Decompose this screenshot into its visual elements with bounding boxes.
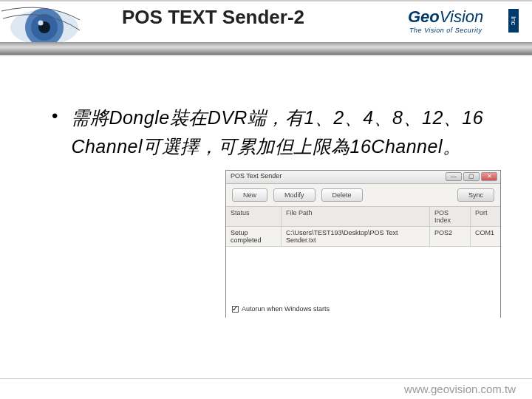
col-posindex: POS Index (430, 207, 471, 226)
footer-url: www.geovision.com.tw (404, 383, 516, 395)
toolbar: New Modify Delete Sync (226, 184, 500, 207)
bullet-text: 需將Dongle裝在DVR端，有1、2、4、8、12、16 Channel可選擇… (71, 103, 502, 161)
brand-tagline: The Vision of Security (409, 27, 482, 34)
slide-header: POS TEXT Sender-2 GeoVision The Vision o… (0, 0, 532, 52)
page-title: POS TEXT Sender-2 (122, 6, 304, 29)
new-button[interactable]: New (232, 188, 267, 202)
embedded-screenshot: POS Text Sender — ▢ ✕ New Modify Delete … (225, 170, 501, 318)
window-title: POS Text Sender (231, 172, 282, 180)
brand-block: GeoVision The Vision of Security Inc (378, 1, 519, 46)
window-titlebar: POS Text Sender — ▢ ✕ (226, 171, 500, 184)
modify-button[interactable]: Modify (273, 188, 316, 202)
brand-crescent-icon (378, 7, 405, 34)
table-header-row: Status File Path POS Index Port (226, 207, 500, 227)
slide-footer: www.geovision.com.tw (0, 378, 532, 399)
col-port: Port (471, 207, 500, 226)
cell-filepath: C:\Users\TEST193\Desktop\POS Text Sender… (282, 227, 430, 246)
brand-inc-badge: Inc (508, 9, 519, 33)
window-close-button[interactable]: ✕ (481, 172, 497, 181)
window-minimize-button[interactable]: — (446, 172, 462, 181)
window-maximize-button[interactable]: ▢ (463, 172, 480, 181)
cell-posindex: POS2 (430, 227, 471, 246)
bullet-marker: • (52, 103, 58, 129)
cell-status: Setup completed (226, 227, 282, 246)
autorun-row[interactable]: Autorun when Windows starts (232, 305, 330, 313)
brand-name: GeoVision (408, 7, 483, 27)
delete-button[interactable]: Delete (321, 188, 363, 202)
autorun-label: Autorun when Windows starts (242, 305, 330, 313)
sync-button[interactable]: Sync (457, 188, 494, 202)
bullet-content: • 需將Dongle裝在DVR端，有1、2、4、8、12、16 Channel可… (52, 103, 502, 161)
header-divider-band (0, 42, 532, 55)
col-status: Status (226, 207, 282, 226)
autorun-checkbox[interactable] (232, 306, 239, 313)
table-row[interactable]: Setup completed C:\Users\TEST193\Desktop… (226, 227, 500, 247)
cell-port: COM1 (471, 227, 500, 246)
col-filepath: File Path (282, 207, 430, 226)
svg-point-4 (38, 21, 44, 26)
